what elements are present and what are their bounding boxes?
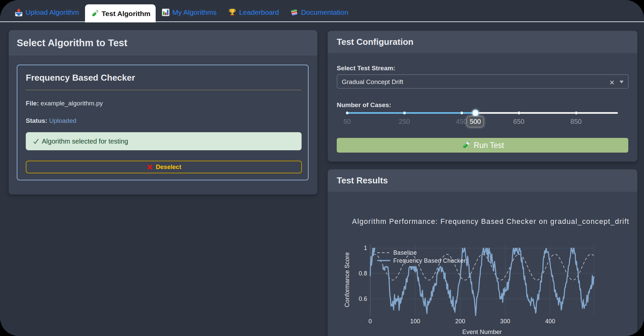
svg-text:0: 0 (369, 318, 372, 325)
svg-text:Conformance Score: Conformance Score (343, 252, 350, 308)
svg-text:200: 200 (455, 318, 465, 325)
svg-text:Event Number: Event Number (462, 328, 502, 335)
svg-text:Algorithm Performance: Frequen: Algorithm Performance: Frequency Based C… (352, 218, 629, 226)
svg-text:1: 1 (364, 245, 367, 251)
svg-text:300: 300 (500, 318, 510, 325)
svg-text:100: 100 (410, 318, 420, 325)
svg-text:0.8: 0.8 (359, 270, 367, 277)
svg-text:400: 400 (545, 318, 555, 325)
svg-text:Frequency Based Checker: Frequency Based Checker (393, 257, 466, 264)
svg-text:0.6: 0.6 (359, 296, 367, 302)
svg-text:Baseline: Baseline (393, 249, 417, 256)
